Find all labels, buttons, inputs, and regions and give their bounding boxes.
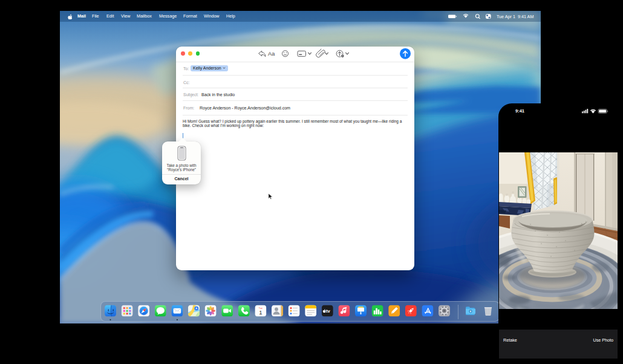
svg-text:Tue Apr 1: Tue Apr 1 <box>497 14 515 19</box>
svg-text:9:41 AM: 9:41 AM <box>518 14 533 19</box>
svg-text:tv: tv <box>326 308 330 314</box>
svg-text:1: 1 <box>259 308 262 315</box>
svg-text:Aa: Aa <box>268 51 275 57</box>
